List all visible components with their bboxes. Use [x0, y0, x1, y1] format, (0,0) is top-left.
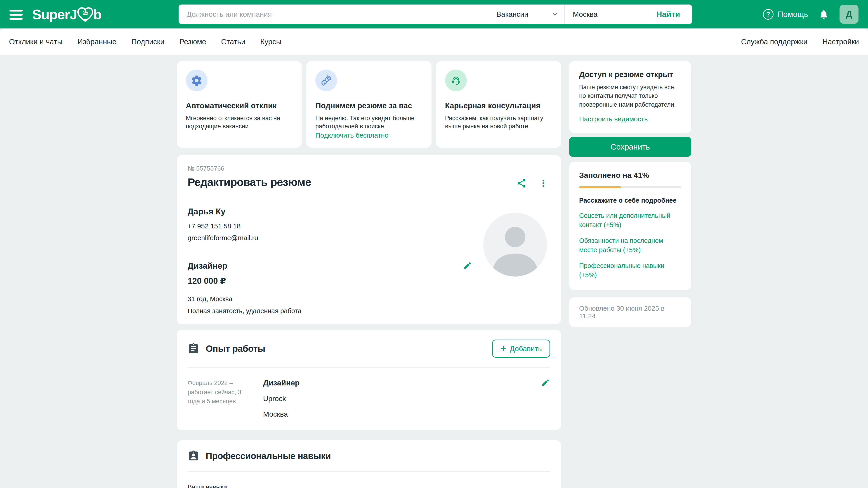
page-content: Автоматический отклик Мгновенно откликае…: [0, 55, 868, 488]
search-category-value: Вакансии: [496, 10, 528, 19]
nav-left-group: Отклики и чаты Избранные Подписки Резюме…: [9, 37, 281, 46]
logo-heart-25-icon: 25: [76, 6, 94, 23]
consultant-headset-icon: [445, 70, 467, 91]
clipboard-icon: [188, 343, 199, 355]
help-label: Помощь: [778, 10, 808, 19]
edit-position-pencil-icon[interactable]: [463, 261, 472, 270]
avatar[interactable]: [483, 213, 547, 276]
experience-period: Февраль 2022 – работает сейчас, 3 года и…: [188, 379, 245, 418]
search-input[interactable]: [179, 4, 488, 24]
promo-cards-row: Автоматический отклик Мгновенно откликае…: [177, 61, 561, 148]
completion-card: Заполнено на 41% Расскажите о себе подро…: [569, 162, 691, 290]
nav-item-resume[interactable]: Резюме: [179, 37, 206, 46]
edit-experience-pencil-icon[interactable]: [541, 379, 550, 387]
help-button[interactable]: ? Помощь: [763, 9, 808, 20]
experience-city: Москва: [263, 410, 300, 418]
divider: [188, 198, 550, 198]
promo-body: Мгновенно откликается за вас на подходящ…: [186, 114, 293, 131]
skills-header: Профессиональные навыки: [188, 450, 550, 462]
plus-icon: +: [500, 344, 506, 353]
chevron-down-icon: [552, 11, 558, 18]
employment-type: Полная занятость, удаленная работа: [188, 307, 550, 315]
nav-right-group: Служба поддержки Настройки: [741, 37, 859, 46]
completion-link-skills[interactable]: Профессиональные навыки (+5%): [579, 261, 681, 280]
resume-access-card: Доступ к резюме открыт Ваше резюме смогу…: [569, 61, 691, 133]
nav-item-responses[interactable]: Отклики и чаты: [9, 37, 63, 46]
search-bar: Вакансии Найти: [179, 4, 692, 24]
access-title: Доступ к резюме открыт: [579, 70, 681, 79]
experience-header: Опыт работы + Добавить: [188, 339, 550, 358]
resume-number: № 55755766: [188, 165, 550, 172]
experience-details: Дизайнер Uprock Москва: [263, 379, 300, 418]
nav-item-favorites[interactable]: Избранные: [78, 37, 117, 46]
completion-subtitle: Расскажите о себе подробнее: [579, 197, 681, 204]
page-title: Редактировать резюме: [188, 176, 550, 188]
divider: [188, 367, 550, 367]
gear-icon: [186, 70, 208, 91]
experience-card: Опыт работы + Добавить Февраль 2022 – ра…: [177, 330, 561, 430]
access-body: Ваше резюме смогут увидеть все, но конта…: [579, 83, 681, 109]
updated-card: Обновлено 30 июня 2025 в 11:24: [569, 297, 691, 327]
user-avatar-button[interactable]: Д: [839, 5, 859, 24]
header-right-group: ? Помощь Д: [763, 0, 859, 29]
desired-salary: 120 000 ₽: [188, 276, 550, 286]
main-nav: Отклики и чаты Избранные Подписки Резюме…: [0, 29, 868, 55]
badge-icon: [188, 450, 199, 462]
promo-body: Расскажем, как получить зарплату выше ры…: [445, 114, 552, 131]
nav-item-settings[interactable]: Настройки: [822, 37, 859, 46]
completion-link-social[interactable]: Соцсеть или дополнительный контакт (+5%): [579, 211, 681, 229]
kebab-menu-icon[interactable]: [539, 179, 548, 188]
question-circle-icon: ?: [763, 9, 774, 20]
promo-connect-free-link[interactable]: Подключить бесплатно: [315, 131, 388, 139]
sidebar: Доступ к резюме открыт Ваше резюме смогу…: [569, 61, 691, 327]
completion-progress-fill: [579, 186, 621, 188]
promo-title: Автоматический отклик: [186, 101, 293, 110]
logo-text-left: SuperJ: [32, 6, 77, 22]
completion-title: Заполнено на 41%: [579, 171, 681, 180]
promo-title: Поднимем резюме за вас: [315, 101, 422, 110]
experience-company: Uprock: [263, 394, 300, 403]
rocket-icon: [315, 70, 337, 91]
person-silhouette-icon: [483, 213, 547, 276]
promo-card-career-consult[interactable]: Карьерная консультация Расскажем, как по…: [436, 61, 561, 148]
desired-position: Дизайнер: [188, 261, 227, 270]
add-label: Добавить: [510, 345, 542, 353]
notifications-bell-icon[interactable]: [818, 9, 829, 20]
search-city-input[interactable]: [565, 4, 644, 24]
skills-label: Ваши навыки: [188, 484, 550, 488]
divider: [188, 471, 550, 472]
configure-visibility-link[interactable]: Настроить видимость: [579, 115, 648, 123]
main-column: Автоматический отклик Мгновенно откликае…: [177, 61, 561, 488]
skills-card: Профессиональные навыки Ваши навыки: [177, 440, 561, 488]
resume-card: № 55755766 Редактировать резюме Дарья Ку…: [177, 155, 561, 324]
share-icon[interactable]: [516, 178, 527, 188]
experience-item: Февраль 2022 – работает сейчас, 3 года и…: [188, 379, 550, 418]
promo-card-auto-response[interactable]: Автоматический отклик Мгновенно откликае…: [177, 61, 302, 148]
nav-item-subscriptions[interactable]: Подписки: [131, 37, 164, 46]
top-header: SuperJ 25 b Вакансии Найти ? Помощь Д: [0, 0, 868, 29]
logo[interactable]: SuperJ 25 b: [32, 5, 101, 23]
completion-progress-track: [579, 186, 681, 188]
add-experience-button[interactable]: + Добавить: [492, 339, 550, 358]
skills-title: Профессиональные навыки: [206, 451, 331, 461]
nav-item-courses[interactable]: Курсы: [260, 37, 281, 46]
logo-text-right: b: [93, 6, 101, 22]
experience-title: Опыт работы: [206, 344, 265, 354]
save-button[interactable]: Сохранить: [569, 137, 691, 157]
nav-item-support[interactable]: Служба поддержки: [741, 37, 807, 46]
updated-timestamp: Обновлено 30 июня 2025 в 11:24: [579, 304, 664, 320]
nav-item-articles[interactable]: Статьи: [221, 37, 245, 46]
search-category-select[interactable]: Вакансии: [488, 4, 564, 24]
completion-link-duties[interactable]: Обязанности на последнем месте работы (+…: [579, 236, 681, 254]
svg-text:25: 25: [83, 9, 88, 16]
age-city: 31 год, Москва: [188, 295, 550, 303]
divider: [188, 251, 475, 251]
promo-card-boost-resume[interactable]: Поднимем резюме за вас На неделю. Так ег…: [306, 61, 431, 148]
menu-icon[interactable]: [9, 10, 23, 20]
experience-position: Дизайнер: [263, 379, 300, 387]
candidate-name: Дарья Ку: [188, 207, 550, 217]
promo-title: Карьерная консультация: [445, 101, 552, 110]
resume-actions: [516, 178, 548, 188]
search-submit-button[interactable]: Найти: [644, 4, 692, 24]
promo-body: На неделю. Так его увидят больше работод…: [315, 114, 422, 131]
